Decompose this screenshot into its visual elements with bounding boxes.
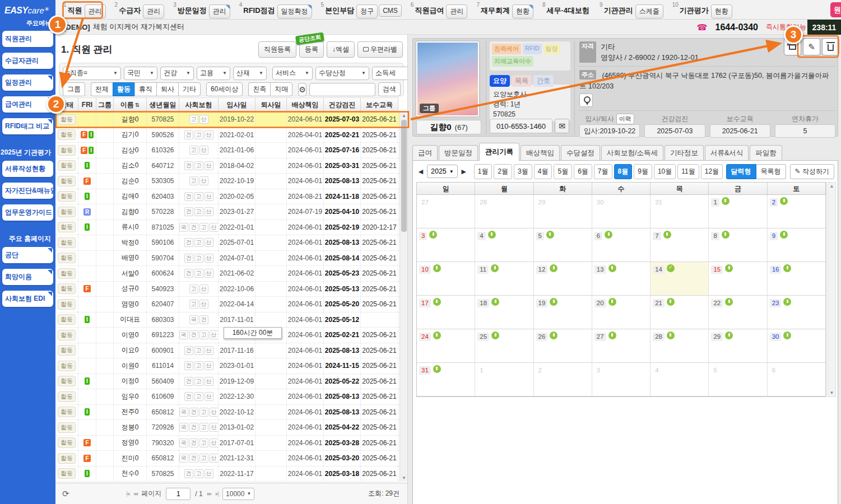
app-logo[interactable]: EASYcare✳ xyxy=(0,0,55,17)
table-row[interactable]: 활동FI김기0590526건고산2021-02-012026-04-012025… xyxy=(55,128,399,143)
calendar-day-30[interactable]: 30 xyxy=(592,195,651,228)
table-row[interactable]: 활동I전주0650812국건고산2022-10-122024-06-012025… xyxy=(55,405,399,421)
sidebar-item-급여관리[interactable]: 급여관리 xyxy=(2,96,53,113)
calendar-day-5[interactable]: 5 xyxy=(709,363,767,396)
calendar-day-28[interactable]: 28 xyxy=(651,329,709,363)
filter-select-고용[interactable]: 고용▼ xyxy=(197,67,230,80)
last-page-icon[interactable]: ▸| xyxy=(216,490,218,497)
status-chip-기타[interactable]: 기타 xyxy=(178,82,201,96)
calendar-day-6[interactable]: 6 xyxy=(592,228,651,262)
refresh-icon[interactable]: ⟳ xyxy=(62,489,69,499)
column-header-생년월일[interactable]: 생년월일 xyxy=(147,97,179,112)
sidebar-item-사회보험 EDI[interactable]: 사회보험 EDI xyxy=(2,291,53,307)
month-button-4월[interactable]: 4월 xyxy=(534,164,552,179)
tab-sub-button-관리[interactable]: 관리 xyxy=(446,4,467,18)
employee-photo[interactable]: 그룹 xyxy=(416,41,479,116)
calendar-day-8[interactable]: 8 xyxy=(709,228,767,262)
detail-tab-수당설정[interactable]: 수당설정 xyxy=(561,145,600,161)
calendar-day-15[interactable]: 15 xyxy=(709,262,767,296)
top-tab-2[interactable]: 2수급자관리 xyxy=(115,1,166,18)
status-chip-전체[interactable]: 전체 xyxy=(91,82,113,96)
status-chip-퇴사[interactable]: 퇴사 xyxy=(156,82,178,96)
column-header-입사일[interactable]: 입사일 xyxy=(219,97,255,112)
table-row[interactable]: 활동I김애0620403건고산2020-02-052024-08-212024-… xyxy=(55,189,399,205)
column-header-사회보험[interactable]: 사회보험 xyxy=(179,97,219,112)
calendar-day-2[interactable]: 2 xyxy=(768,195,826,228)
table-row[interactable]: 활동R김향0570228건고산2023-01-272024-07-192025-… xyxy=(55,204,399,220)
table-row[interactable]: 활동I김소0640712건고산2018-04-022024-06-012025-… xyxy=(55,158,399,174)
column-header-건강검진[interactable]: 건강검진 xyxy=(324,97,361,112)
top-tab-3[interactable]: 3방문일정관리 xyxy=(173,1,231,18)
month-button-3월[interactable]: 3월 xyxy=(514,164,532,179)
table-row[interactable]: 활동F진미0650812국건고산2021-12-312024-06-012025… xyxy=(55,451,399,466)
month-button-12월[interactable]: 12월 xyxy=(701,164,723,179)
tab-sub-button-현황[interactable]: 현황 xyxy=(512,4,533,18)
top-tab-7[interactable]: 7재무회계현황 xyxy=(476,1,535,18)
scroll-down-icon[interactable]: ▼ xyxy=(828,389,835,396)
employee-register-button[interactable]: 직원등록 xyxy=(258,41,296,58)
calendar-day-2[interactable]: 2 xyxy=(534,363,592,396)
sidebar-item-일정관리[interactable]: 일정관리 xyxy=(2,74,53,91)
calendar-day-4[interactable]: 4 xyxy=(475,228,533,262)
next-year-icon[interactable]: ▶ xyxy=(459,165,468,178)
mail-icon[interactable]: ✉ xyxy=(555,119,569,133)
filter-select-국민[interactable]: 국민▼ xyxy=(124,67,157,80)
calendar-day-29[interactable]: 29 xyxy=(534,195,592,228)
calendar-day-28[interactable]: 28 xyxy=(475,195,533,228)
calendar-day-1[interactable]: 1 xyxy=(475,363,533,396)
calendar-day-31[interactable]: 31 xyxy=(417,363,475,396)
table-row[interactable]: 활동I이대표680303국건2017-11-012024-06-012025-0… xyxy=(55,312,399,328)
page-size-select[interactable]: 10000▼ xyxy=(222,488,254,500)
calendar-day-14[interactable]: 14 xyxy=(651,262,709,296)
calendar-day-26[interactable]: 26 xyxy=(534,329,592,363)
calendar-day-25[interactable]: 25 xyxy=(475,329,533,363)
calendar-day-23[interactable]: 23 xyxy=(768,296,826,329)
calendar-day-17[interactable]: 17 xyxy=(417,296,475,329)
calendar-day-10[interactable]: 10 xyxy=(417,262,475,296)
page-input[interactable] xyxy=(166,488,190,500)
detail-tab-급여[interactable]: 급여 xyxy=(412,145,438,161)
table-row[interactable]: 활동F성규0540923고산2022-10-062024-06-012025-0… xyxy=(55,282,399,297)
tab-sub-button-관리[interactable]: 관리 xyxy=(143,4,164,18)
sidebar-item-업무운영가이드[interactable]: 업무운영가이드 xyxy=(2,204,53,221)
sidebar-item-자가진단&매뉴얼[interactable]: 자가진단&매뉴얼 xyxy=(2,183,53,199)
table-row[interactable]: 활동I이정0560409건고산2019-12-092024-06-012025-… xyxy=(55,374,399,390)
mail-label-button[interactable]: 우편라벨 xyxy=(357,41,403,58)
top-tab-9[interactable]: 9기관관리스케줄 xyxy=(600,1,665,18)
calendar-day-3[interactable]: 3 xyxy=(592,363,651,396)
extra-chip-치매[interactable]: 치매 xyxy=(270,82,292,96)
search-button[interactable]: 검색 xyxy=(378,82,401,96)
detail-tab-사회보험/소득세[interactable]: 사회보험/소득세 xyxy=(601,145,663,161)
table-row[interactable]: 활동F정영0790320국건고산2017-07-012024-06-012025… xyxy=(55,436,399,451)
column-header-배상책임[interactable]: 배상책임 xyxy=(287,97,324,112)
month-button-8월[interactable]: 8월 xyxy=(614,164,633,179)
edit-button[interactable]: ✎ xyxy=(803,38,820,55)
month-button-10월[interactable]: 10월 xyxy=(654,164,676,179)
calendar-day-24[interactable]: 24 xyxy=(417,329,475,363)
table-row[interactable]: 활동염명0620407고산2022-04-142024-06-012025-05… xyxy=(55,297,399,312)
tab-sub-button-관리[interactable]: 관리 xyxy=(209,4,230,18)
scrollbar-thumb[interactable] xyxy=(401,120,407,232)
calendar-day-5[interactable]: 5 xyxy=(534,228,592,262)
tab-sub-button-청구[interactable]: 청구 xyxy=(356,4,378,18)
detail-tab-파일함[interactable]: 파일함 xyxy=(750,145,782,161)
write-button[interactable]: ✎ 작성하기 xyxy=(790,164,834,179)
gear-icon[interactable]: ⚙ xyxy=(298,83,306,96)
calendar-day-3[interactable]: 3 xyxy=(417,228,475,262)
tab-sub-button-현황[interactable]: 현황 xyxy=(711,4,732,18)
table-row[interactable]: 활동정봉0720926국건고산2013-01-022024-06-012025-… xyxy=(55,420,399,436)
filter-select-=직종=[interactable]: =직종=▼ xyxy=(63,67,121,80)
calendar-day-27[interactable]: 27 xyxy=(417,195,475,228)
history-button[interactable]: 이력 xyxy=(616,114,634,124)
group-filter-button[interactable]: 그룹 xyxy=(63,82,85,96)
top-tab-8[interactable]: 8세무·4대보험 xyxy=(542,1,592,16)
calendar-day-1[interactable]: 1 xyxy=(709,195,767,228)
excel-download-button[interactable]: ↓엑셀 xyxy=(327,41,355,58)
table-row[interactable]: 활동F김순0530305고산2022-10-192024-06-012025-0… xyxy=(55,174,399,189)
detail-tab-서류&서식[interactable]: 서류&서식 xyxy=(705,145,749,161)
detail-tab-기타정보[interactable]: 기타정보 xyxy=(665,145,704,161)
employee-phone[interactable]: 010-6553-1460 xyxy=(490,119,552,133)
top-tab-1[interactable]: 1직원관리 xyxy=(63,1,107,18)
table-row[interactable]: 활동길향0570825고산2019-10-222024-06-012025-07… xyxy=(55,112,399,128)
scroll-up-icon[interactable]: ▲ xyxy=(400,112,408,119)
